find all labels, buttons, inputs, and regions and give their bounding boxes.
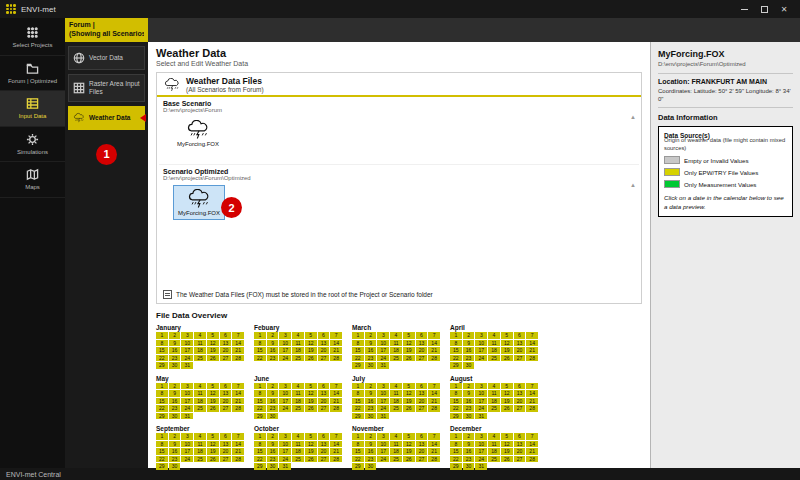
calendar-day[interactable]: 4 [488, 383, 500, 390]
calendar-day[interactable]: 15 [352, 398, 364, 405]
calendar-day[interactable]: 9 [365, 441, 377, 448]
calendar-day[interactable]: 8 [450, 340, 462, 347]
calendar-day[interactable]: 12 [207, 390, 219, 397]
calendar-day[interactable]: 1 [450, 383, 462, 390]
calendar-day[interactable]: 11 [194, 340, 206, 347]
calendar-day[interactable]: 9 [169, 340, 181, 347]
calendar-day[interactable]: 30 [365, 362, 377, 369]
calendar-day[interactable]: 26 [305, 405, 317, 412]
calendar-day[interactable]: 8 [352, 390, 364, 397]
calendar-day[interactable]: 6 [220, 332, 232, 339]
calendar-day[interactable]: 6 [514, 332, 526, 339]
calendar-day[interactable]: 17 [181, 448, 193, 455]
calendar-day[interactable]: 20 [416, 448, 428, 455]
calendar-day[interactable]: 13 [416, 340, 428, 347]
calendar-day[interactable]: 11 [292, 441, 304, 448]
calendar-day[interactable]: 1 [450, 332, 462, 339]
calendar-day[interactable]: 19 [305, 347, 317, 354]
calendar-day[interactable]: 20 [514, 448, 526, 455]
calendar-day[interactable]: 21 [526, 347, 538, 354]
calendar-day[interactable]: 27 [318, 405, 330, 412]
calendar-day[interactable]: 23 [267, 405, 279, 412]
calendar-day[interactable]: 1 [156, 433, 168, 440]
calendar-day[interactable]: 30 [169, 463, 181, 470]
calendar-day[interactable]: 9 [267, 340, 279, 347]
calendar-day[interactable]: 6 [318, 433, 330, 440]
calendar-day[interactable]: 12 [305, 441, 317, 448]
calendar-day[interactable]: 15 [254, 398, 266, 405]
calendar-day[interactable]: 30 [267, 413, 279, 420]
calendar-day[interactable]: 23 [267, 456, 279, 463]
calendar-day[interactable]: 23 [365, 456, 377, 463]
calendar-day[interactable]: 17 [279, 398, 291, 405]
calendar-day[interactable]: 17 [475, 347, 487, 354]
calendar-day[interactable]: 9 [463, 390, 475, 397]
scroll-up-icon[interactable]: ▲ [630, 182, 636, 188]
calendar-day[interactable]: 22 [450, 405, 462, 412]
sidebar-item-simulations[interactable]: Simulations [0, 127, 65, 163]
calendar-day[interactable]: 5 [305, 332, 317, 339]
calendar-day[interactable]: 10 [181, 390, 193, 397]
calendar-day[interactable]: 28 [330, 355, 342, 362]
calendar-day[interactable]: 13 [514, 340, 526, 347]
calendar-day[interactable]: 6 [514, 433, 526, 440]
calendar-day[interactable]: 20 [220, 398, 232, 405]
sidebar-item-select-projects[interactable]: Select Projects [0, 20, 65, 56]
calendar-day[interactable]: 6 [318, 383, 330, 390]
calendar-day[interactable]: 12 [501, 441, 513, 448]
calendar-day[interactable]: 24 [475, 355, 487, 362]
calendar-day[interactable]: 18 [292, 398, 304, 405]
calendar-day[interactable]: 7 [428, 433, 440, 440]
calendar-day[interactable]: 22 [450, 456, 462, 463]
calendar-day[interactable]: 18 [488, 398, 500, 405]
calendar-day[interactable]: 20 [514, 347, 526, 354]
calendar-day[interactable]: 2 [267, 433, 279, 440]
calendar-day[interactable]: 7 [526, 433, 538, 440]
calendar-day[interactable]: 18 [390, 398, 402, 405]
calendar-day[interactable]: 15 [156, 448, 168, 455]
calendar-day[interactable]: 7 [330, 383, 342, 390]
calendar-day[interactable]: 3 [279, 383, 291, 390]
calendar-day[interactable]: 25 [194, 405, 206, 412]
close-icon[interactable]: ✕ [774, 1, 794, 17]
calendar-day[interactable]: 27 [220, 355, 232, 362]
calendar-day[interactable]: 26 [403, 456, 415, 463]
calendar-day[interactable]: 31 [475, 413, 487, 420]
calendar-day[interactable]: 29 [156, 463, 168, 470]
calendar-day[interactable]: 14 [428, 441, 440, 448]
calendar-day[interactable]: 25 [488, 405, 500, 412]
calendar-day[interactable]: 20 [318, 347, 330, 354]
calendar-day[interactable]: 10 [377, 340, 389, 347]
calendar-day[interactable]: 5 [501, 433, 513, 440]
calendar-day[interactable]: 7 [330, 433, 342, 440]
calendar-day[interactable]: 21 [428, 398, 440, 405]
calendar-day[interactable]: 5 [403, 433, 415, 440]
calendar-day[interactable]: 19 [501, 347, 513, 354]
calendar-day[interactable]: 11 [390, 441, 402, 448]
calendar-day[interactable]: 17 [181, 398, 193, 405]
calendar-day[interactable]: 20 [514, 398, 526, 405]
calendar-day[interactable]: 22 [352, 355, 364, 362]
calendar-day[interactable]: 25 [194, 456, 206, 463]
calendar-day[interactable]: 24 [377, 355, 389, 362]
calendar-day[interactable]: 14 [330, 441, 342, 448]
calendar-day[interactable]: 19 [403, 398, 415, 405]
calendar-day[interactable]: 12 [207, 441, 219, 448]
calendar-day[interactable]: 3 [475, 383, 487, 390]
calendar-day[interactable]: 8 [254, 390, 266, 397]
calendar-day[interactable]: 11 [194, 441, 206, 448]
calendar-day[interactable]: 10 [475, 441, 487, 448]
calendar-day[interactable]: 26 [403, 405, 415, 412]
calendar-day[interactable]: 9 [365, 340, 377, 347]
calendar-day[interactable]: 29 [156, 413, 168, 420]
calendar-day[interactable]: 25 [390, 355, 402, 362]
calendar-day[interactable]: 11 [194, 390, 206, 397]
calendar-day[interactable]: 21 [232, 347, 244, 354]
calendar-day[interactable]: 1 [254, 332, 266, 339]
calendar-day[interactable]: 31 [279, 463, 291, 470]
calendar-day[interactable]: 16 [463, 398, 475, 405]
calendar-day[interactable]: 16 [463, 448, 475, 455]
calendar-day[interactable]: 22 [352, 405, 364, 412]
calendar-day[interactable]: 2 [365, 383, 377, 390]
calendar-day[interactable]: 10 [181, 441, 193, 448]
